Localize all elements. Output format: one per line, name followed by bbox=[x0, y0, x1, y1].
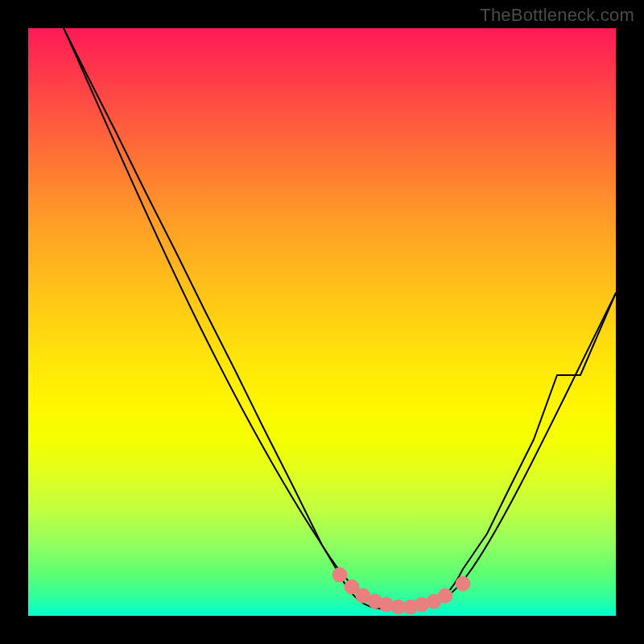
bottleneck-plot-area bbox=[28, 28, 616, 616]
watermark-text: TheBottleneck.com bbox=[480, 5, 634, 26]
chart-canvas: TheBottleneck.com bbox=[0, 0, 644, 644]
